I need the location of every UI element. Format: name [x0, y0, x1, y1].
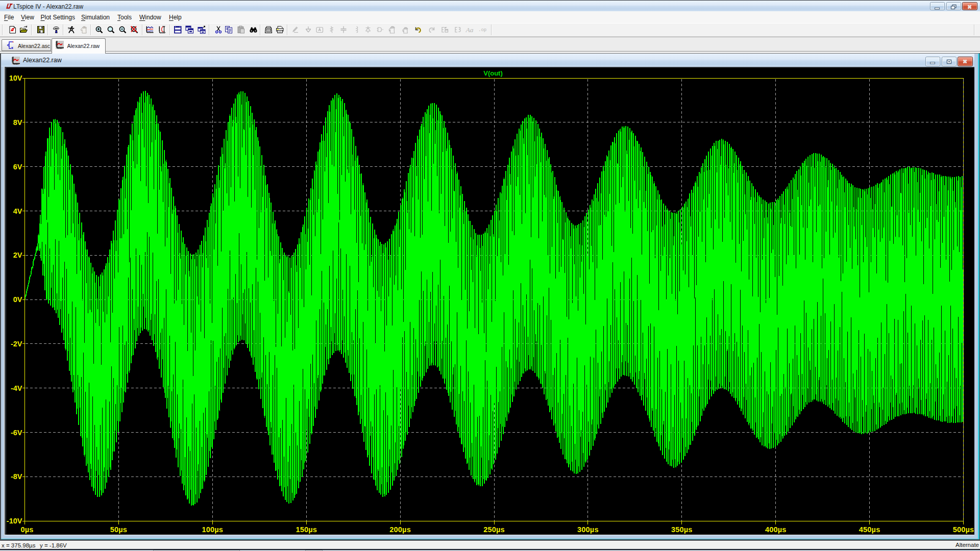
- svg-text:-6V: -6V: [10, 428, 22, 436]
- svg-text:10V: 10V: [9, 74, 22, 82]
- svg-text:100µs: 100µs: [202, 525, 223, 534]
- svg-text:8V: 8V: [13, 118, 22, 126]
- svg-text:6V: 6V: [13, 162, 22, 170]
- svg-text:Aa: Aa: [465, 26, 474, 34]
- svg-text:-10V: -10V: [6, 517, 22, 525]
- svg-text:150µs: 150µs: [296, 525, 317, 534]
- svg-text:250µs: 250µs: [483, 525, 505, 534]
- svg-text:500µs: 500µs: [952, 525, 974, 534]
- svg-text:2V: 2V: [13, 251, 22, 259]
- svg-text:50µs: 50µs: [110, 525, 127, 534]
- svg-text:-2V: -2V: [10, 339, 22, 347]
- svg-text:350µs: 350µs: [671, 525, 692, 534]
- svg-text:200µs: 200µs: [389, 525, 411, 534]
- svg-text:-8V: -8V: [10, 472, 22, 481]
- svg-text:V(out): V(out): [483, 69, 503, 77]
- svg-text:-4V: -4V: [10, 384, 22, 392]
- svg-text:0µs: 0µs: [20, 525, 33, 534]
- svg-text:4V: 4V: [13, 207, 22, 215]
- svg-text:.op: .op: [478, 28, 486, 33]
- svg-text:450µs: 450µs: [859, 525, 880, 534]
- svg-text:300µs: 300µs: [577, 525, 599, 534]
- svg-text:400µs: 400µs: [765, 525, 786, 534]
- svg-text:0V: 0V: [13, 295, 22, 304]
